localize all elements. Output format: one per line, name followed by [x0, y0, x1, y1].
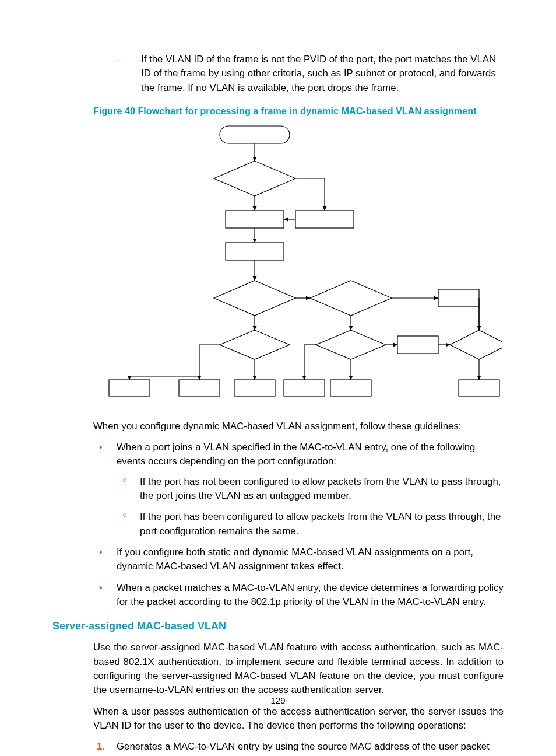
sub-list: If the port has not been configured to a… [117, 475, 504, 538]
sub-text: If the port has not been configured to a… [140, 476, 501, 501]
figure-caption: Figure 40 Flowchart for processing a fra… [93, 104, 504, 118]
continuation-text: If the VLAN ID of the frame is not the P… [141, 54, 496, 93]
svg-rect-0 [220, 126, 290, 144]
bullet-text: When a port joins a VLAN specified in th… [117, 442, 475, 467]
bullet-item: If you configure both static and dynamic… [93, 545, 504, 574]
svg-marker-20 [220, 330, 290, 359]
flowchart-diagram [94, 123, 502, 409]
bullet-text: When a packet matches a MAC-to-VLAN entr… [117, 582, 504, 607]
figure-block: Figure 40 Flowchart for processing a fra… [93, 104, 504, 408]
item-text: Generates a MAC-to-VLAN entry by using t… [117, 741, 490, 756]
svg-rect-32 [109, 380, 150, 396]
svg-rect-24 [397, 336, 438, 354]
section-paragraph: When a user passes authentication of the… [93, 705, 504, 733]
svg-rect-36 [234, 380, 275, 396]
numbered-item: 1. Generates a MAC-to-VLAN entry by usin… [93, 740, 504, 756]
svg-rect-39 [284, 380, 325, 396]
sub-item: If the port has not been configured to a… [117, 475, 504, 503]
page-number: 129 [0, 694, 556, 707]
intro-paragraph: When you configure dynamic MAC-based VLA… [93, 419, 504, 433]
numbered-list: 1. Generates a MAC-to-VLAN entry by usin… [93, 740, 504, 756]
svg-marker-12 [214, 281, 295, 316]
dash-marker: – [128, 52, 141, 66]
bullet-item: When a packet matches a MAC-to-VLAN entr… [93, 581, 504, 610]
svg-marker-2 [214, 161, 295, 196]
svg-rect-43 [459, 380, 499, 396]
svg-marker-22 [316, 330, 386, 359]
svg-marker-14 [310, 281, 392, 316]
section-paragraph: Use the server-assigned MAC-based VLAN f… [93, 640, 504, 697]
section-heading: Server-assigned MAC-based VLAN [52, 618, 504, 634]
sub-text: If the port has been configured to allow… [140, 511, 501, 536]
svg-marker-26 [450, 330, 502, 359]
item-number: 1. [97, 740, 105, 754]
page-content: –If the VLAN ID of the frame is not the … [0, 0, 556, 756]
continuation-list-item: –If the VLAN ID of the frame is not the … [128, 52, 504, 95]
svg-rect-41 [330, 380, 371, 396]
sub-item: If the port has been configured to allow… [117, 510, 504, 538]
bullet-text: If you configure both static and dynamic… [117, 547, 473, 572]
svg-rect-7 [295, 211, 354, 228]
guidelines-list: When a port joins a VLAN specified in th… [93, 440, 504, 609]
svg-rect-6 [226, 211, 284, 228]
svg-rect-10 [226, 243, 284, 260]
bullet-item: When a port joins a VLAN specified in th… [93, 440, 504, 538]
svg-rect-34 [179, 380, 220, 396]
guidelines-block: When you configure dynamic MAC-based VLA… [93, 419, 504, 610]
svg-rect-16 [438, 289, 479, 307]
